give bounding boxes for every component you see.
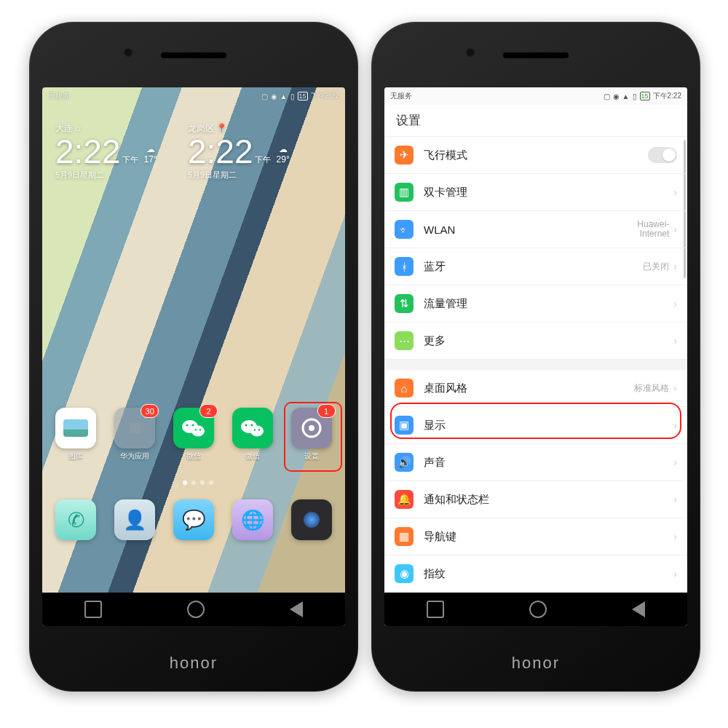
row-label: WLAN [424, 223, 637, 236]
row-label: 更多 [424, 334, 673, 348]
row-label: 声音 [424, 456, 673, 470]
sound-icon: 🔊 [395, 453, 414, 472]
app-contacts[interactable]: 👤 [109, 499, 160, 540]
row-label: 桌面风格 [424, 381, 634, 395]
app-gallery[interactable]: 图库 [50, 408, 101, 462]
wifi-icon: ᯤ [395, 220, 414, 239]
app-wechat[interactable]: 2微信 [168, 408, 219, 462]
clock-widget-2[interactable]: 龙岗区 📍 2:22下午☁29° 5月9日星期二 [188, 122, 290, 181]
status-bar: 无服务 ▢ ◉ ▲ ▯ 15 下午2:22 [42, 87, 345, 105]
app-label: 图库 [68, 451, 83, 462]
settings-list[interactable]: ✈飞行模式▥双卡管理›ᯤWLANHuawei-Internet›ᚼ蓝牙已关闭›⇅… [384, 137, 687, 626]
clock-widget-1[interactable]: 大连 ⌂ 2:22下午☁17° 5月9日星期二 [55, 122, 157, 181]
settings-row-data[interactable]: ⇅流量管理› [384, 285, 687, 323]
settings-row-home[interactable]: ⌂桌面风格标准风格› [384, 370, 687, 407]
chevron-right-icon: › [673, 494, 677, 505]
app-label: 华为应用 [120, 451, 149, 462]
page-dot[interactable] [209, 480, 213, 485]
row-label: 飞行模式 [424, 149, 648, 162]
app-camera[interactable] [286, 499, 337, 540]
row-value: 标准风格 [634, 384, 669, 393]
clock-time-1: 2:22 [55, 135, 121, 168]
wifi-icon: ▲ [280, 92, 288, 100]
status-time: 下午2:22 [311, 91, 339, 101]
settings-row-wifi[interactable]: ᯤWLANHuawei-Internet› [384, 211, 687, 248]
settings-row-finger[interactable]: ◉指纹› [384, 555, 687, 593]
chevron-right-icon: › [673, 186, 677, 198]
nav-back-icon[interactable] [632, 601, 645, 617]
svg-point-8 [245, 424, 247, 426]
carrier-label: 无服务 [390, 91, 412, 101]
phone-frame-right: 无服务 ▢ ◉ ▲ ▯ 15 下午2:22 设置 ✈飞行模式▥双卡管理›ᯤWLA… [371, 22, 700, 692]
settings-row-notif[interactable]: 🔔通知和状态栏› [384, 481, 687, 518]
app-browser[interactable]: 🌐 [227, 499, 278, 540]
finger-icon: ◉ [395, 564, 414, 583]
app-label: 设置 [304, 451, 319, 462]
row-label: 双卡管理 [424, 186, 673, 199]
chevron-right-icon: › [673, 419, 677, 431]
badge: 2 [199, 404, 218, 418]
row-value: Huawei-Internet [637, 220, 669, 239]
nav-home-icon[interactable] [187, 601, 205, 618]
status-icons: ▢ ◉ ▲ ▯ 15 下午2:22 [604, 91, 681, 101]
svg-point-1 [191, 426, 205, 437]
app-folder[interactable]: 30华为应用 [109, 408, 160, 462]
app-label: 微信 [186, 451, 201, 462]
settings-row-more[interactable]: ⋯更多› [384, 323, 687, 360]
screen-settings: 无服务 ▢ ◉ ▲ ▯ 15 下午2:22 设置 ✈飞行模式▥双卡管理›ᯤWLA… [384, 87, 687, 626]
clock-loc-2: 龙岗区 [188, 123, 214, 133]
page-dot[interactable] [183, 480, 187, 485]
weather-1: ☁17° [144, 145, 157, 164]
svg-point-10 [253, 429, 256, 431]
settings-row-sim[interactable]: ▥双卡管理› [384, 174, 687, 211]
brand-label: honor [29, 654, 358, 673]
status-icons: ▢ ◉ ▲ ▯ 15 下午2:22 [261, 91, 339, 101]
svg-point-9 [250, 424, 253, 426]
settings-row-bt[interactable]: ᚼ蓝牙已关闭› [384, 248, 687, 285]
home-indicator-icon: ⌂ [174, 480, 178, 488]
row-value: 已关闭 [643, 262, 669, 272]
row-label: 流量管理 [424, 297, 673, 311]
row-label: 显示 [424, 419, 673, 432]
app-messages[interactable]: 💬 [168, 499, 219, 540]
battery-icon: 15 [298, 92, 308, 100]
page-dot[interactable] [200, 480, 205, 485]
sim-icon: ▯ [633, 92, 637, 100]
notif-icon: 🔔 [395, 490, 414, 509]
sim-icon: ▯ [290, 92, 295, 100]
settings-row-sound[interactable]: 🔊声音› [384, 444, 687, 481]
status-bar: 无服务 ▢ ◉ ▲ ▯ 15 下午2:22 [384, 87, 687, 105]
svg-point-3 [191, 424, 194, 426]
clock-loc-1: 大连 [55, 123, 73, 133]
settings-row-display[interactable]: ▣显示› [384, 407, 687, 444]
bt-icon: ᚼ [395, 257, 414, 276]
app-phone[interactable]: ✆ [50, 499, 101, 540]
clock-date-2: 5月9日星期二 [188, 170, 290, 181]
app-settings[interactable]: 1设置 [286, 408, 337, 462]
weather-2: ☁29° [277, 145, 290, 164]
nav-recent-icon[interactable] [84, 601, 102, 618]
nav-recent-icon[interactable] [427, 601, 444, 618]
badge: 1 [317, 404, 336, 418]
nav-bar [384, 593, 687, 626]
page-title: 设置 [384, 105, 687, 137]
settings-app: 无服务 ▢ ◉ ▲ ▯ 15 下午2:22 设置 ✈飞行模式▥双卡管理›ᯤWLA… [384, 87, 687, 626]
airplane-icon: ✈ [395, 146, 414, 165]
brand-label: honor [371, 654, 700, 673]
row-label: 通知和状态栏 [424, 493, 673, 507]
chevron-right-icon: › [673, 382, 677, 394]
nav-back-icon[interactable] [290, 601, 303, 617]
toggle[interactable] [648, 147, 677, 163]
settings-row-airplane[interactable]: ✈飞行模式 [384, 137, 687, 174]
nav-home-icon[interactable] [529, 601, 547, 618]
chevron-right-icon: › [673, 531, 677, 542]
svg-point-5 [199, 429, 202, 431]
dock-row: ✆👤💬🌐 [42, 499, 345, 540]
vibrate-icon: ▢ [261, 92, 268, 100]
app-wechat[interactable]: 微信 [227, 408, 278, 462]
app-row-1: 图库30华为应用2微信微信1设置 [42, 408, 345, 462]
page-dot[interactable] [191, 480, 196, 485]
chevron-right-icon: › [673, 456, 677, 468]
app-label: 微信 [245, 451, 260, 462]
settings-row-navkey[interactable]: ▦导航键› [384, 518, 687, 555]
